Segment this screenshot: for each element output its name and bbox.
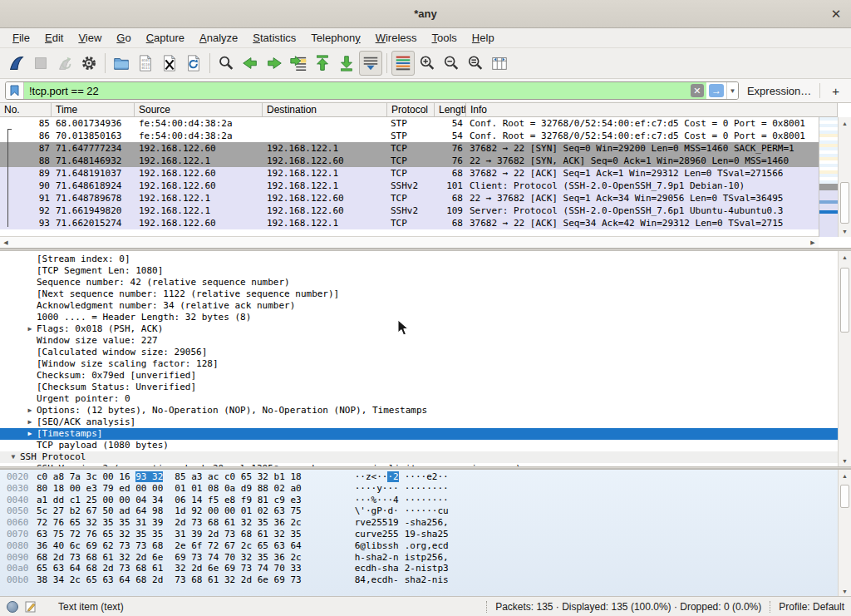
- detail-row[interactable]: ▶[Timestamps]: [0, 428, 838, 440]
- packet-list-vertical-scrollbar[interactable]: ▲ ▼: [838, 117, 851, 237]
- detail-row[interactable]: Window size value: 227: [0, 335, 838, 347]
- column-header-time[interactable]: Time: [52, 103, 135, 116]
- capture-options-icon[interactable]: [77, 51, 101, 76]
- packet-row-92[interactable]: 9271.661949820192.168.122.1192.168.122.6…: [0, 205, 819, 217]
- detail-row[interactable]: Acknowledgment number: 34 (relative ack …: [0, 300, 838, 312]
- menu-item-tools[interactable]: Tools: [425, 29, 465, 47]
- hex-row-0020[interactable]: 0020c0 a8 7a 3c 00 16 93 3285 a3 ac c0 6…: [7, 471, 838, 483]
- detail-row[interactable]: Sequence number: 42 (relative sequence n…: [0, 277, 838, 288]
- detail-row[interactable]: [Stream index: 0]: [0, 254, 838, 265]
- detail-vertical-scrollbar[interactable]: ▲ ▼: [838, 251, 851, 466]
- go-first-icon[interactable]: [311, 51, 334, 76]
- auto-scroll-icon[interactable]: [359, 51, 382, 76]
- scroll-left-icon[interactable]: ◀: [0, 239, 12, 246]
- scrollbar-thumb[interactable]: [840, 182, 849, 224]
- menu-item-analyze[interactable]: Analyze: [192, 29, 245, 47]
- detail-row[interactable]: [TCP Segment Len: 1080]: [0, 265, 838, 277]
- detail-row[interactable]: ▶Flags: 0x018 (PSH, ACK): [0, 323, 838, 335]
- hex-row-0090[interactable]: 009068 2d 73 68 61 32 2d 6e69 73 74 70 3…: [7, 552, 838, 564]
- detail-row[interactable]: Checksum: 0x79ed [unverified]: [0, 370, 838, 382]
- packet-row-90[interactable]: 9071.648618924192.168.122.60192.168.122.…: [0, 180, 819, 192]
- scroll-down-icon[interactable]: ▼: [839, 455, 851, 466]
- go-to-packet-icon[interactable]: [287, 51, 310, 76]
- hex-row-0080[interactable]: 008036 40 6c 69 62 73 73 682e 6f 72 67 2…: [7, 540, 838, 552]
- start-capture-icon[interactable]: [5, 51, 28, 76]
- colorize-icon[interactable]: [391, 51, 415, 76]
- expand-arrow-icon[interactable]: ▶: [23, 428, 37, 440]
- packet-row-86[interactable]: 8670.013850163fe:54:00:d4:38:2aSTP54Conf…: [0, 130, 819, 142]
- expression-button[interactable]: Expression…: [744, 85, 814, 97]
- filter-apply-button[interactable]: →: [706, 82, 726, 99]
- expand-arrow-icon[interactable]: ▶: [23, 463, 37, 466]
- scroll-right-icon[interactable]: ▶: [807, 239, 819, 246]
- detail-row[interactable]: ▼SSH Protocol: [0, 451, 838, 463]
- packet-row-85[interactable]: 8568.001734936fe:54:00:d4:38:2aSTP54Conf…: [0, 117, 819, 130]
- resize-columns-icon[interactable]: [488, 51, 511, 76]
- menu-item-telephony[interactable]: Telephony: [303, 29, 367, 47]
- packet-row-89[interactable]: 8971.648191037192.168.122.60192.168.122.…: [0, 167, 819, 180]
- filter-history-dropdown[interactable]: ▼: [726, 82, 738, 99]
- hex-row-0060[interactable]: 006072 76 65 32 35 35 31 392d 73 68 61 3…: [7, 517, 838, 529]
- capture-comment-icon[interactable]: [25, 601, 37, 613]
- detail-row[interactable]: 1000 .... = Header Length: 32 bytes (8): [0, 312, 838, 323]
- display-filter-input[interactable]: [24, 82, 688, 99]
- column-header-protocol[interactable]: Protocol: [387, 103, 435, 116]
- packet-row-91[interactable]: 9171.648789678192.168.122.1192.168.122.6…: [0, 192, 819, 205]
- scroll-down-icon[interactable]: ▼: [839, 225, 851, 237]
- scroll-up-icon[interactable]: ▲: [839, 251, 851, 263]
- hex-row-00a0[interactable]: 00a065 63 64 68 2d 73 68 6132 2d 6e 69 7…: [7, 563, 838, 574]
- packet-row-93[interactable]: 9371.662015274192.168.122.60192.168.122.…: [0, 217, 819, 229]
- scroll-up-icon[interactable]: ▲: [839, 117, 851, 129]
- detail-row[interactable]: ▶SSH Version 2 (encryption:chacha20-poly…: [0, 463, 838, 466]
- detail-row[interactable]: Urgent pointer: 0: [0, 393, 838, 405]
- column-header-info[interactable]: Info: [466, 103, 838, 116]
- packet-row-87[interactable]: 8771.647777234192.168.122.60192.168.122.…: [0, 142, 819, 155]
- menu-item-view[interactable]: View: [71, 29, 109, 47]
- zoom-100-icon[interactable]: [464, 51, 487, 76]
- hex-row-0050[interactable]: 00505c 27 b2 67 50 ad 64 981d 92 00 00 0…: [7, 505, 838, 517]
- hex-row-0070[interactable]: 007063 75 72 76 65 32 35 3531 39 2d 73 6…: [7, 529, 838, 540]
- hex-row-0030[interactable]: 003080 18 00 e3 79 ed 00 0001 01 08 0a d…: [7, 483, 838, 495]
- expand-arrow-icon[interactable]: ▶: [23, 405, 37, 416]
- open-file-icon[interactable]: [110, 51, 133, 76]
- zoom-out-icon[interactable]: [440, 51, 463, 76]
- detail-row[interactable]: [Calculated window size: 29056]: [0, 347, 838, 358]
- scrollbar-thumb[interactable]: [840, 268, 849, 333]
- detail-row[interactable]: [Checksum Status: Unverified]: [0, 382, 838, 393]
- expert-info-icon[interactable]: [7, 601, 18, 613]
- column-header-source[interactable]: Source: [135, 103, 263, 116]
- filter-clear-button[interactable]: ✕: [688, 82, 706, 99]
- packet-list-horizontal-scrollbar[interactable]: ◀ ▶: [0, 236, 819, 248]
- menu-item-go[interactable]: Go: [109, 29, 138, 47]
- detail-row[interactable]: [Next sequence number: 1122 (relative se…: [0, 288, 838, 300]
- profile-text[interactable]: Profile: Default: [779, 601, 844, 613]
- column-header-no[interactable]: No.: [0, 103, 52, 116]
- find-packet-icon[interactable]: [214, 51, 238, 76]
- hex-row-0040[interactable]: 0040a1 dd c1 25 00 00 04 3406 14 f5 e8 f…: [7, 495, 838, 506]
- go-back-icon[interactable]: [239, 51, 262, 76]
- detail-row[interactable]: [Window size scaling factor: 128]: [0, 358, 838, 370]
- menu-item-file[interactable]: File: [5, 29, 37, 47]
- expand-arrow-icon[interactable]: ▶: [23, 323, 37, 335]
- menu-item-edit[interactable]: Edit: [37, 29, 71, 47]
- scroll-up-icon[interactable]: ▲: [839, 470, 851, 481]
- expand-arrow-icon[interactable]: ▶: [23, 416, 37, 428]
- zoom-in-icon[interactable]: [416, 51, 439, 76]
- close-file-icon[interactable]: [158, 51, 181, 76]
- add-filter-button[interactable]: +: [825, 84, 846, 98]
- detail-row[interactable]: TCP payload (1080 bytes): [0, 440, 838, 451]
- go-last-icon[interactable]: [335, 51, 358, 76]
- detail-row[interactable]: ▶Options: (12 bytes), No-Operation (NOP)…: [0, 405, 838, 416]
- detail-row[interactable]: ▶[SEQ/ACK analysis]: [0, 416, 838, 428]
- hex-row-00b0[interactable]: 00b038 34 2c 65 63 64 68 2d73 68 61 32 2…: [7, 574, 838, 586]
- packet-row-88[interactable]: 8871.648146932192.168.122.1192.168.122.6…: [0, 155, 819, 167]
- collapse-arrow-icon[interactable]: ▼: [7, 451, 20, 463]
- column-header-destination[interactable]: Destination: [263, 103, 387, 116]
- menu-item-statistics[interactable]: Statistics: [245, 29, 303, 47]
- hex-vertical-scrollbar[interactable]: ▲ ▼: [838, 470, 851, 596]
- save-file-icon[interactable]: 010101100111: [134, 51, 157, 76]
- scroll-down-icon[interactable]: ▼: [839, 585, 851, 596]
- go-forward-icon[interactable]: [263, 51, 286, 76]
- column-header-length[interactable]: Length: [435, 103, 466, 116]
- menu-item-help[interactable]: Help: [465, 29, 502, 47]
